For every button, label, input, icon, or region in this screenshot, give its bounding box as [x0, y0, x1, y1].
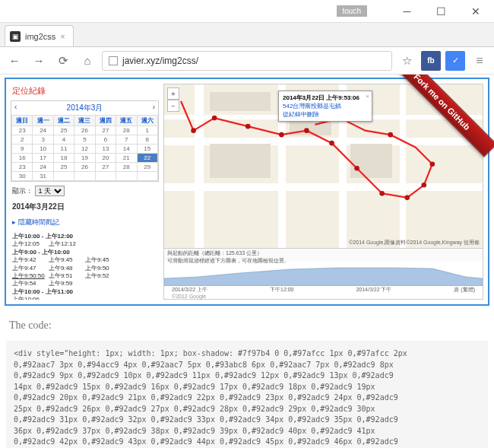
calendar-day[interactable]: 14: [116, 145, 137, 154]
weekday-header: 週四: [95, 116, 116, 126]
timestamp-item[interactable]: 上午9:54: [12, 280, 49, 288]
favicon-icon: [10, 31, 21, 42]
calendar-day[interactable]: 3: [33, 135, 53, 145]
forward-button[interactable]: →: [29, 51, 49, 71]
calendar-day[interactable]: 23: [12, 126, 33, 135]
callout-close-icon[interactable]: ×: [366, 93, 369, 100]
elevation-chart[interactable]: 2014/3/22 上午 下午12:00 2014/3/22 下午 資 (繁體)…: [164, 262, 483, 299]
browser-tab[interactable]: img2css ×: [5, 25, 74, 46]
calendar-day[interactable]: 24: [33, 163, 53, 172]
calendar-day[interactable]: 28: [116, 126, 137, 135]
map-callout: × 2014年3月22日 上午9:53:06 542台灣南投縣基屯鎮 從紀錄中刪…: [278, 91, 372, 122]
map-panel: + − × 2014年3月22日 上午9:53:06 542台灣南投縣基屯鎮 從…: [163, 84, 483, 300]
svg-point-3: [279, 132, 284, 138]
calendar-day[interactable]: 22: [137, 154, 157, 163]
callout-address[interactable]: 542台灣南投縣基屯鎮: [283, 102, 368, 110]
calendar-day[interactable]: 27: [95, 126, 116, 135]
reload-button[interactable]: ⟳: [53, 51, 73, 71]
svg-marker-12: [164, 268, 483, 286]
calendar-day[interactable]: 24: [33, 126, 53, 135]
timestamp-item[interactable]: 上午9:47: [12, 265, 49, 272]
calendar-day[interactable]: 25: [53, 163, 74, 172]
timestamp-item[interactable]: 上午9:48: [49, 265, 85, 272]
calendar-day[interactable]: [116, 172, 137, 181]
calendar-day[interactable]: 4: [53, 135, 74, 145]
calendar-day[interactable]: 21: [116, 154, 137, 163]
timestamp-item[interactable]: 上午12:05: [12, 240, 49, 248]
calendar-day[interactable]: 27: [95, 163, 116, 172]
tab-close-icon[interactable]: ×: [60, 32, 65, 41]
page-content[interactable]: 定位紀錄 ‹ 2014年3月 › 週日週一週二週三週四週五週六232425262…: [0, 75, 494, 448]
timestamp-item[interactable]: 上午9:50: [85, 265, 122, 272]
weekday-header: 週五: [116, 116, 137, 126]
page-icon: [109, 56, 118, 65]
calendar-day[interactable]: 5: [74, 135, 95, 145]
calendar-day[interactable]: [137, 172, 157, 181]
calendar-day[interactable]: 2: [12, 135, 33, 145]
calendar-day[interactable]: 16: [12, 154, 33, 163]
callout-delete-link[interactable]: 從紀錄中刪除: [283, 110, 368, 119]
calendar-day[interactable]: 10: [33, 145, 53, 154]
zoom-in-button[interactable]: +: [167, 87, 179, 100]
calendar-day[interactable]: 12: [74, 145, 95, 154]
prev-month-icon[interactable]: ‹: [14, 103, 17, 111]
facebook-extension-icon[interactable]: fb: [421, 51, 441, 71]
calendar-grid: 週日週一週二週三週四週五週六23242526272812345678910111…: [11, 115, 158, 181]
timestamp-item[interactable]: 上午9:50:50: [12, 272, 49, 280]
map-credits: ©2014 Google,圖像資料©2014 Google,Kingway 使用…: [349, 239, 480, 246]
calendar[interactable]: ‹ 2014年3月 › 週日週一週二週三週四週五週六23242526272812…: [11, 100, 159, 182]
tab-title: img2css: [25, 32, 55, 41]
timestamp-item[interactable]: 上午9:51: [49, 272, 85, 280]
calendar-day[interactable]: 23: [12, 163, 33, 172]
calendar-day[interactable]: 26: [74, 126, 95, 135]
close-button[interactable]: ✕: [458, 1, 492, 22]
calendar-day[interactable]: 13: [95, 145, 116, 154]
calendar-day[interactable]: [53, 172, 74, 181]
timestamp-item[interactable]: 上午9:42: [12, 256, 49, 264]
calendar-day[interactable]: 29: [137, 163, 157, 172]
zoom-out-button[interactable]: −: [167, 100, 179, 112]
timestamp-item[interactable]: 上午9:59: [49, 280, 85, 288]
calendar-day[interactable]: 1: [137, 126, 157, 135]
next-month-icon[interactable]: ›: [153, 103, 155, 111]
calendar-day[interactable]: 17: [33, 154, 53, 163]
menu-button[interactable]: ≡: [470, 51, 489, 71]
calendar-day[interactable]: 26: [74, 163, 95, 172]
calendar-day[interactable]: 15: [137, 145, 157, 154]
calendar-day[interactable]: 25: [53, 126, 74, 135]
zoom-control: + −: [167, 87, 179, 112]
timestamp-item[interactable]: 上午9:52: [85, 272, 122, 280]
calendar-day[interactable]: 7: [116, 135, 137, 145]
map-canvas[interactable]: + − × 2014年3月22日 上午9:53:06 542台灣南投縣基屯鎮 從…: [164, 84, 483, 248]
calendar-day[interactable]: [95, 172, 116, 181]
sidebar-header: 定位紀錄: [12, 85, 159, 97]
minimize-button[interactable]: ─: [390, 1, 424, 22]
url-bar[interactable]: javier.xyz/img2css/: [102, 51, 392, 71]
timestamp-item[interactable]: 上午9:45: [85, 256, 122, 264]
calendar-day[interactable]: 6: [95, 135, 116, 145]
timestamp-item[interactable]: 上午9:45: [49, 256, 85, 264]
back-button[interactable]: ←: [5, 51, 24, 71]
calendar-day[interactable]: 31: [33, 172, 53, 181]
calendar-day[interactable]: 11: [53, 145, 74, 154]
calendar-day[interactable]: 9: [12, 145, 33, 154]
home-button[interactable]: ⌂: [78, 51, 97, 71]
calendar-day[interactable]: 8: [137, 135, 157, 145]
maximize-button[interactable]: ☐: [424, 1, 458, 22]
time-group-header: 上午10:00 - 上午12:00: [12, 233, 157, 240]
svg-point-7: [379, 191, 385, 196]
timestamp-item[interactable]: 上午10:06: [12, 296, 49, 300]
code-section-label: The code:: [9, 319, 489, 332]
calendar-day[interactable]: [74, 172, 95, 181]
calendar-day[interactable]: 30: [12, 172, 33, 181]
bookmark-button[interactable]: ☆: [397, 51, 416, 71]
calendar-day[interactable]: 19: [74, 154, 95, 163]
calendar-day[interactable]: 20: [95, 154, 116, 163]
calendar-day[interactable]: 28: [116, 163, 137, 172]
code-output[interactable]: <div style="height: 1px; width: 1px; box…: [6, 341, 488, 448]
hide-timestamps-link[interactable]: 隱藏時間戳記: [12, 218, 157, 227]
timestamp-item[interactable]: 上午12:12: [49, 240, 85, 248]
display-select[interactable]: 1 天: [35, 186, 65, 196]
extension-icon[interactable]: [445, 51, 465, 71]
calendar-day[interactable]: 18: [53, 154, 74, 163]
